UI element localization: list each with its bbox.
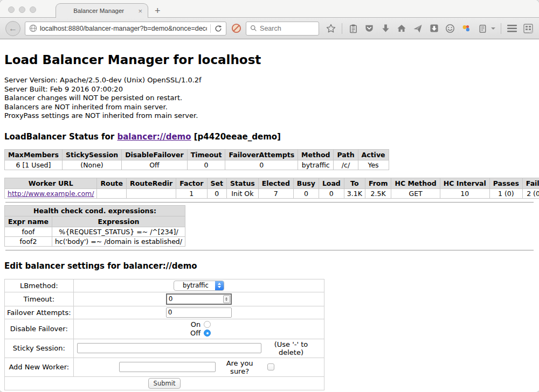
health-row-foof: foof %{REQUEST_STATUS} =~ /^[234]/	[5, 227, 185, 236]
persist-note-line: Balancer changes will NOT be persisted o…	[4, 94, 535, 103]
add-worker-row: Add New Worker: Are you sure?	[5, 358, 324, 376]
colored-dots-extension-icon[interactable]	[461, 23, 472, 34]
url-bar[interactable]: localhost:8880/balancer-manager?b=demo&n…	[25, 22, 226, 36]
sticky-session-label: Sticky Session:	[5, 339, 74, 358]
edit-settings-heading: Edit balancer settings for balancer://de…	[4, 261, 535, 271]
send-page-icon[interactable]	[412, 23, 423, 34]
new-tab-button[interactable]: +	[155, 6, 161, 16]
page-title: Load Balancer Manager for localhost	[4, 39, 535, 67]
back-button[interactable]: ←	[5, 21, 20, 36]
tab-grid-extension-icon[interactable]	[523, 23, 534, 34]
bookmarks-clipboard-icon[interactable]	[348, 23, 358, 34]
are-you-sure-checkbox[interactable]	[267, 363, 274, 370]
chevron-down-icon[interactable]	[491, 27, 495, 30]
balancer-status-table: MaxMembers StickySession DisableFailover…	[4, 149, 389, 170]
are-you-sure-label: Are you sure?	[216, 359, 264, 375]
url-text[interactable]: localhost:8880/balancer-manager?b=demo&n…	[40, 25, 207, 32]
select-stepper-icon	[215, 281, 224, 291]
timeout-input-wrap	[166, 293, 232, 305]
add-worker-input[interactable]	[119, 362, 216, 372]
failover-attempts-input[interactable]	[166, 307, 232, 318]
toolbar-icons	[326, 23, 534, 34]
bookmark-star-icon[interactable]	[326, 23, 336, 34]
number-spinner-icon[interactable]	[223, 295, 230, 303]
worker-status-table: Worker URL Route RouteRedir Factor Set S…	[4, 178, 539, 199]
balancer-header-row: MaxMembers StickySession DisableFailover…	[5, 149, 389, 160]
window-controls[interactable]	[8, 6, 36, 13]
server-info: Server Version: Apache/2.5.0-dev (Unix) …	[4, 76, 535, 121]
loadbalancer-status-heading: LoadBalancer Status for balancer://demo …	[4, 132, 535, 142]
timeout-row: Timeout:	[5, 292, 324, 306]
pocket-icon[interactable]	[364, 23, 375, 34]
search-bar[interactable]	[246, 22, 319, 36]
sticky-session-input[interactable]	[77, 343, 261, 353]
proxypass-note-line: ProxyPass settings are NOT inherited fro…	[4, 111, 535, 121]
disable-failover-on-radio[interactable]	[204, 321, 211, 328]
add-worker-label: Add New Worker:	[5, 358, 74, 376]
minimize-window-button[interactable]	[19, 6, 25, 13]
submit-row: Submit	[5, 376, 324, 390]
lbmethod-select[interactable]: bytraffic	[174, 281, 224, 291]
lbmethod-row: LBmethod: bytraffic	[5, 279, 324, 292]
radio-off-label: Off	[186, 329, 201, 338]
worker-data-row: http://www.example.com/ 1 0 Init Ok 7 0 …	[5, 188, 539, 198]
search-icon	[250, 25, 257, 32]
separator	[5, 250, 534, 251]
lbmethod-label: LBmethod:	[5, 279, 74, 292]
home-icon[interactable]	[396, 23, 407, 34]
balancer-data-row: 6 [1 Used] (None) Off 0 0 bytraffic /c/ …	[5, 160, 389, 170]
forum-smiley-icon[interactable]	[445, 23, 455, 34]
submit-button[interactable]: Submit	[148, 378, 181, 389]
zoom-window-button[interactable]	[30, 6, 36, 13]
globe-icon	[29, 24, 37, 33]
tab-balancer-manager[interactable]: Balancer Manager ×	[56, 3, 148, 18]
worker-url-link[interactable]: http://www.example.com/	[8, 190, 94, 198]
health-check-table: Health check cond. expressions: Expr nam…	[4, 205, 185, 247]
failover-attempts-row: Failover Attempts:	[5, 306, 324, 319]
tab-title: Balancer Manager	[60, 8, 137, 14]
menu-hamburger-icon[interactable]	[507, 23, 517, 34]
downloads-icon[interactable]	[380, 23, 391, 34]
reload-icon[interactable]	[214, 24, 223, 33]
health-row-foof2: foof2 hc('body') =~ /domain is establish…	[5, 236, 185, 246]
disable-failover-label: Disable Failover:	[5, 319, 74, 339]
radio-on-label: On	[186, 320, 201, 329]
tab-bar: Balancer Manager × +	[0, 0, 539, 18]
health-title-row: Health check cond. expressions:	[5, 205, 185, 216]
balancer-demo-link[interactable]: balancer://demo	[117, 132, 191, 142]
navigation-toolbar: ← localhost:8880/balancer-manager?b=demo…	[0, 18, 539, 39]
worker-header-row: Worker URL Route RouteRedir Factor Set S…	[5, 178, 539, 188]
server-version-line: Server Version: Apache/2.5.0-dev (Unix) …	[4, 76, 535, 85]
content-blocked-icon[interactable]	[231, 23, 241, 34]
search-input[interactable]	[260, 25, 314, 32]
balancer-settings-form: LBmethod: bytraffic Timeout:	[4, 279, 324, 390]
tab-close-icon[interactable]: ×	[137, 7, 143, 15]
server-built-line: Server Built: Feb 9 2016 07:00:20	[4, 85, 535, 94]
health-header-row: Expr name Expression	[5, 216, 185, 227]
timeout-label: Timeout:	[5, 292, 74, 306]
separator	[5, 202, 534, 203]
sticky-session-hint: (Use '-' to delete)	[261, 340, 322, 356]
disable-failover-row: Disable Failover: On Off	[5, 319, 324, 339]
sticky-session-row: Sticky Session: (Use '-' to delete)	[5, 339, 324, 358]
page-content: Load Balancer Manager for localhost Serv…	[0, 39, 539, 391]
notes-clipboard-icon[interactable]	[477, 23, 488, 34]
disable-failover-off-radio[interactable]	[204, 330, 211, 337]
inherit-note-line: Balancers are NOT inherited from main se…	[4, 103, 535, 112]
save-to-device-icon[interactable]	[429, 23, 439, 34]
close-window-button[interactable]	[8, 6, 15, 13]
browser-window: Balancer Manager × + ← localhost:8880/ba…	[0, 0, 539, 392]
timeout-input[interactable]	[169, 295, 223, 303]
failover-attempts-label: Failover Attempts:	[5, 306, 74, 319]
